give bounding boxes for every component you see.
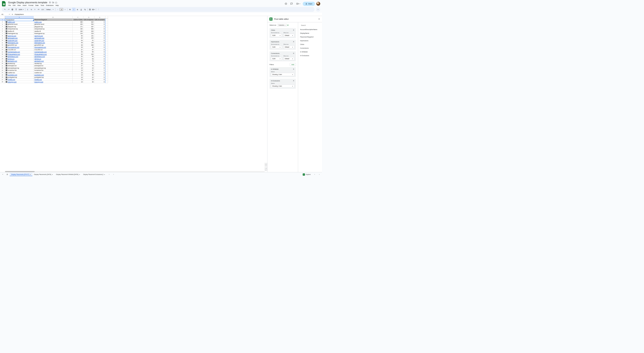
- text-color-button[interactable]: A: [80, 8, 83, 11]
- cell[interactable]: h5casualgame.com: [34, 53, 72, 56]
- side-panel-right[interactable]: ›: [318, 173, 321, 176]
- row-header[interactable]: 9: [0, 37, 5, 40]
- values-as-select[interactable]: Columns▼: [277, 24, 287, 27]
- cell[interactable]: playtoys.tv: [34, 58, 72, 60]
- collapse-icon[interactable]: −: [6, 54, 7, 55]
- cell[interactable]: 0: [94, 60, 105, 63]
- cloud-icon[interactable]: [55, 1, 57, 4]
- cell[interactable]: 0: [94, 51, 105, 53]
- share-button[interactable]: Share: [303, 2, 315, 6]
- cell[interactable]: SUM of Impressi: [84, 19, 94, 21]
- grid[interactable]: ABCDE1DisplayNamePlacementTargetUrlSUM o…: [0, 16, 267, 172]
- row-header[interactable]: 10: [0, 40, 5, 42]
- cell[interactable]: 71: [84, 63, 94, 65]
- cell[interactable]: PlacementTargetUrl: [34, 19, 72, 21]
- cell-A1[interactable]: DisplayName: [5, 19, 34, 21]
- show-as-select[interactable]: Default▼: [284, 34, 294, 37]
- cell[interactable]: −mydrawingstar.com: [5, 51, 34, 53]
- cell[interactable]: 2: [94, 26, 105, 28]
- collapse-icon[interactable]: −: [6, 77, 7, 78]
- row-header[interactable]: 14: [0, 49, 5, 51]
- cell[interactable]: 97: [84, 49, 94, 51]
- status-select[interactable]: Showing 1 item▼: [271, 73, 294, 76]
- collapse-icon[interactable]: −: [6, 60, 7, 62]
- collapse-icon[interactable]: −: [6, 58, 7, 60]
- field-item[interactable]: PlacementTargetUrl: [300, 35, 320, 39]
- star-icon[interactable]: [49, 1, 51, 4]
- row-header[interactable]: 6: [0, 30, 5, 33]
- add-sheet-button[interactable]: +: [1, 173, 4, 176]
- cell[interactable]: 37: [72, 49, 84, 51]
- cell[interactable]: 30: [84, 81, 94, 83]
- field-item[interactable]: Clicks: [300, 43, 320, 46]
- borders-button[interactable]: [88, 8, 92, 11]
- cell[interactable]: 29: [72, 60, 84, 63]
- menu-file[interactable]: File: [8, 4, 12, 7]
- cell[interactable]: −h5daily.com: [5, 79, 34, 81]
- undo-button[interactable]: [3, 8, 6, 11]
- field-item[interactable]: DisplayName: [300, 31, 320, 35]
- menu-view[interactable]: View: [16, 4, 22, 7]
- cell[interactable]: rockfish.fun: [34, 72, 72, 74]
- collapse-toolbar-button[interactable]: [316, 7, 320, 12]
- cell[interactable]: 0: [94, 76, 105, 79]
- cell[interactable]: puzzleabc.com: [34, 74, 72, 76]
- cell[interactable]: 0: [94, 56, 105, 58]
- cell[interactable]: −clusterplay.com: [5, 40, 34, 42]
- cell[interactable]: purelyplant.top: [34, 76, 72, 79]
- select-all-corner[interactable]: [0, 16, 5, 19]
- more-formats-button[interactable]: 123: [41, 8, 44, 11]
- sheet-tab-menu-icon[interactable]: ▼: [104, 174, 105, 175]
- col-header-C[interactable]: C: [72, 16, 84, 19]
- show-as-select[interactable]: Default▼: [284, 57, 294, 60]
- cell[interactable]: 58: [84, 58, 94, 60]
- cell[interactable]: 19: [72, 69, 84, 72]
- row-header[interactable]: 12: [0, 44, 5, 47]
- row-header[interactable]: 4: [0, 26, 5, 28]
- cell[interactable]: −thanksgame.top: [5, 33, 34, 35]
- cell[interactable]: 45: [84, 46, 94, 49]
- decrease-decimal-button[interactable]: .0←: [33, 8, 37, 11]
- cell[interactable]: 1: [94, 69, 105, 72]
- add-filter-button[interactable]: Add: [290, 63, 296, 66]
- cell[interactable]: −narwhal.top: [5, 63, 34, 65]
- cell[interactable]: −amberjack.fun: [5, 65, 34, 67]
- cell[interactable]: h5daily.com: [34, 79, 72, 81]
- menu-data[interactable]: Data: [34, 4, 40, 7]
- zoom-select[interactable]: 100%▼: [18, 9, 24, 10]
- cell[interactable]: 0: [94, 40, 105, 42]
- menu-tools[interactable]: Tools: [40, 4, 45, 7]
- cell[interactable]: game2022.xyz: [34, 44, 72, 47]
- cell[interactable]: nautilus.fit: [34, 30, 72, 33]
- row-header[interactable]: 15: [0, 51, 5, 53]
- sheet-tab[interactable]: Display Placement Exclusions [I▼: [82, 173, 107, 176]
- scroll-right-icon[interactable]: ▸: [264, 169, 267, 171]
- italic-button[interactable]: I: [72, 8, 76, 11]
- name-box[interactable]: A1▼: [1, 13, 11, 15]
- cell[interactable]: serenadetoper.top: [34, 67, 72, 70]
- cell[interactable]: −serenadetoper.top: [5, 67, 34, 70]
- formula-input[interactable]: DisplayName: [14, 13, 321, 15]
- redo-button[interactable]: [7, 8, 10, 11]
- cell[interactable]: 0: [94, 44, 105, 47]
- menu-format[interactable]: Format: [28, 4, 34, 7]
- sheet-tab[interactable]: Display Placement Whitelist [DATA]▼: [54, 173, 82, 176]
- collapse-icon[interactable]: −: [6, 63, 7, 64]
- row-header[interactable]: 19: [0, 60, 5, 63]
- cell[interactable]: 267: [84, 26, 94, 28]
- sheet-tab-menu-icon[interactable]: ▼: [30, 174, 31, 175]
- row-header[interactable]: 3: [0, 23, 5, 26]
- cell[interactable]: −playquize.top: [5, 26, 34, 28]
- cell[interactable]: 160: [72, 28, 84, 30]
- scroll-up-icon[interactable]: ▴: [264, 163, 267, 165]
- collapse-icon[interactable]: −: [6, 81, 7, 83]
- cell[interactable]: 0: [94, 42, 105, 44]
- cell[interactable]: 49: [84, 72, 94, 74]
- summarize-select[interactable]: SUM▼: [271, 34, 282, 37]
- explore-button[interactable]: Explore: [302, 173, 312, 176]
- cell[interactable]: 220: [72, 23, 84, 26]
- cell[interactable]: −game2022.xyz: [5, 44, 34, 47]
- all-sheets-button[interactable]: ☰: [5, 173, 9, 176]
- cell[interactable]: gamerfun.world: [34, 23, 72, 26]
- field-search-input[interactable]: [301, 25, 320, 26]
